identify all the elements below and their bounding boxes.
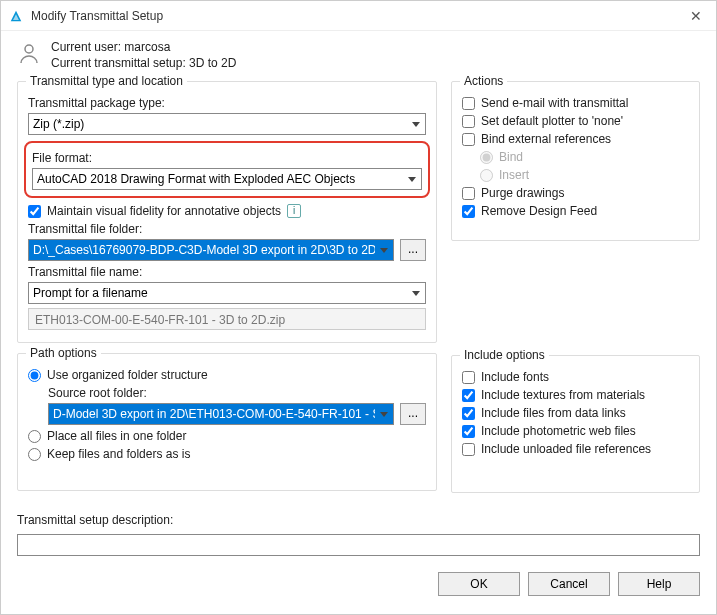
window-title: Modify Transmittal Setup xyxy=(31,9,684,23)
svg-point-0 xyxy=(25,45,33,53)
user-icon xyxy=(17,41,41,65)
package-type-label: Transmittal package type: xyxy=(28,96,426,110)
keep-files-label: Keep files and folders as is xyxy=(47,447,190,461)
browse-folder-button[interactable]: ... xyxy=(400,239,426,261)
bind-xrefs-label: Bind external references xyxy=(481,132,611,146)
package-type-select[interactable]: Zip (*.zip) xyxy=(28,113,426,135)
description-input[interactable] xyxy=(17,534,700,556)
include-unloaded-checkbox[interactable] xyxy=(462,443,475,456)
use-organized-label: Use organized folder structure xyxy=(47,368,208,382)
remove-feed-checkbox[interactable] xyxy=(462,205,475,218)
include-unloaded-label: Include unloaded file references xyxy=(481,442,651,456)
group-type-location: Transmittal type and location Transmitta… xyxy=(17,81,437,343)
close-icon[interactable]: ✕ xyxy=(684,8,708,24)
browse-source-button[interactable]: ... xyxy=(400,403,426,425)
group-title-include: Include options xyxy=(460,348,549,362)
titlebar: Modify Transmittal Setup ✕ xyxy=(1,1,716,31)
place-all-radio[interactable] xyxy=(28,430,41,443)
bind-label: Bind xyxy=(499,150,523,164)
use-organized-radio[interactable] xyxy=(28,369,41,382)
include-textures-checkbox[interactable] xyxy=(462,389,475,402)
source-root-select[interactable]: D-Model 3D export in 2D\ETH013-COM-00-E-… xyxy=(48,403,394,425)
help-button[interactable]: Help xyxy=(618,572,700,596)
bind-xrefs-checkbox[interactable] xyxy=(462,133,475,146)
default-plotter-label: Set default plotter to 'none' xyxy=(481,114,623,128)
user-info: Current user: marcosa Current transmitta… xyxy=(17,39,700,71)
include-textures-label: Include textures from materials xyxy=(481,388,645,402)
current-setup-label: Current transmittal setup: 3D to 2D xyxy=(51,55,236,71)
purge-checkbox[interactable] xyxy=(462,187,475,200)
file-folder-select[interactable]: D:\_Cases\16769079-BDP-C3D-Model 3D expo… xyxy=(28,239,394,261)
file-format-select[interactable]: AutoCAD 2018 Drawing Format with Explode… xyxy=(32,168,422,190)
include-datalinks-checkbox[interactable] xyxy=(462,407,475,420)
info-icon[interactable]: i xyxy=(287,204,301,218)
group-title-type-loc: Transmittal type and location xyxy=(26,74,187,88)
description-label: Transmittal setup description: xyxy=(17,513,700,527)
file-format-label: File format: xyxy=(32,151,422,165)
include-fonts-checkbox[interactable] xyxy=(462,371,475,384)
file-format-highlight: File format: AutoCAD 2018 Drawing Format… xyxy=(24,141,430,198)
ok-button[interactable]: OK xyxy=(438,572,520,596)
file-name-select[interactable]: Prompt for a filename xyxy=(28,282,426,304)
default-plotter-checkbox[interactable] xyxy=(462,115,475,128)
readonly-file-name: ETH013-COM-00-E-540-FR-101 - 3D to 2D.zi… xyxy=(28,308,426,330)
app-icon xyxy=(9,9,23,23)
include-photometric-label: Include photometric web files xyxy=(481,424,636,438)
dialog-buttons: OK Cancel Help xyxy=(1,566,716,608)
group-include-options: Include options Include fonts Include te… xyxy=(451,355,700,493)
include-photometric-checkbox[interactable] xyxy=(462,425,475,438)
place-all-label: Place all files in one folder xyxy=(47,429,186,443)
cancel-button[interactable]: Cancel xyxy=(528,572,610,596)
include-datalinks-label: Include files from data links xyxy=(481,406,626,420)
send-email-label: Send e-mail with transmittal xyxy=(481,96,628,110)
purge-label: Purge drawings xyxy=(481,186,564,200)
include-fonts-label: Include fonts xyxy=(481,370,549,384)
source-root-label: Source root folder: xyxy=(48,386,426,400)
maintain-fidelity-label: Maintain visual fidelity for annotative … xyxy=(47,204,281,218)
group-path-options: Path options Use organized folder struct… xyxy=(17,353,437,491)
group-actions: Actions Send e-mail with transmittal Set… xyxy=(451,81,700,241)
bind-radio xyxy=(480,151,493,164)
insert-radio xyxy=(480,169,493,182)
file-folder-label: Transmittal file folder: xyxy=(28,222,426,236)
maintain-fidelity-checkbox[interactable] xyxy=(28,205,41,218)
remove-feed-label: Remove Design Feed xyxy=(481,204,597,218)
keep-files-radio[interactable] xyxy=(28,448,41,461)
group-title-path: Path options xyxy=(26,346,101,360)
group-title-actions: Actions xyxy=(460,74,507,88)
insert-label: Insert xyxy=(499,168,529,182)
send-email-checkbox[interactable] xyxy=(462,97,475,110)
current-user-label: Current user: marcosa xyxy=(51,39,236,55)
file-name-label: Transmittal file name: xyxy=(28,265,426,279)
